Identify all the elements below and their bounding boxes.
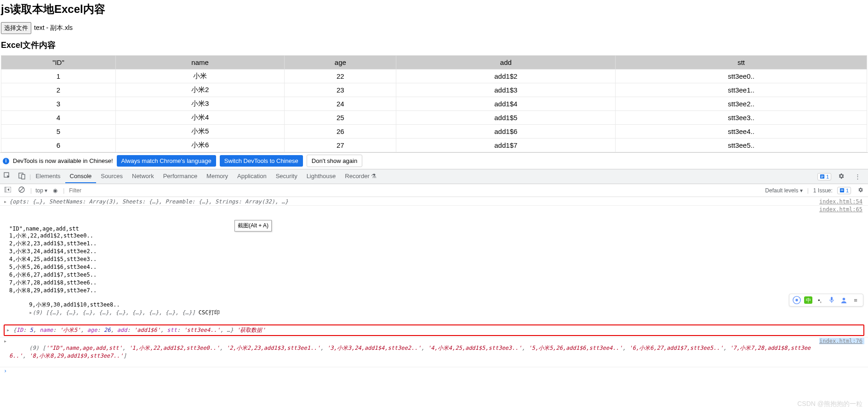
console-log-highlighted[interactable]: {ID: 5, name: '小米5', age: 26, add: 'add1…: [13, 327, 265, 333]
devtools-tab-security[interactable]: Security: [271, 170, 302, 183]
table-row: 1小米22add1$2stt3ee0..: [1, 69, 867, 83]
inspect-icon[interactable]: [0, 169, 15, 184]
source-link[interactable]: index.html:65: [819, 206, 864, 213]
svg-rect-13: [841, 191, 844, 191]
settings-gear-icon[interactable]: [834, 170, 848, 184]
log-levels-selector[interactable]: Default levels ▾: [765, 187, 802, 194]
table-row: 4小米425add1$5stt3ee3..: [1, 111, 867, 125]
ime-punct-icon[interactable]: •,: [815, 295, 824, 305]
svg-rect-8: [5, 187, 6, 192]
ime-float-toolbar[interactable]: 中 •, ≡: [789, 294, 863, 307]
devtools-tab-performance[interactable]: Performance: [159, 170, 202, 183]
console-output: ▸ {opts: {…}, SheetNames: Array(3), Shee…: [0, 197, 868, 376]
console-log-array-strings[interactable]: (9) ['"ID",name,age,add,stt', '1,小米,22,a…: [9, 338, 819, 366]
ime-menu-icon[interactable]: ≡: [851, 295, 860, 305]
info-icon: i: [3, 158, 9, 164]
console-sidebar-toggle-icon[interactable]: [3, 186, 13, 195]
svg-rect-6: [821, 177, 823, 178]
source-link[interactable]: index.html:54: [819, 198, 864, 205]
excel-table: "ID"nameageaddstt 1小米22add1$2stt3ee0..2小…: [1, 55, 867, 152]
svg-rect-12: [841, 190, 844, 190]
switch-devtools-button[interactable]: Switch DevTools to Chinese: [220, 155, 303, 167]
expand-arrow-icon[interactable]: ▸: [4, 338, 9, 366]
devtools-language-notice: i DevTools is now available in Chinese! …: [0, 152, 868, 169]
content-heading: Excel文件内容: [1, 40, 867, 51]
chosen-file-name: text - 副本.xls: [34, 24, 73, 32]
console-array-summary[interactable]: (9) [{…}, {…}, {…}, {…}, {…}, {…}, {…}, …: [33, 309, 195, 316]
context-selector[interactable]: top ▾: [35, 187, 47, 194]
choose-file-button[interactable]: 选择文件: [1, 22, 31, 34]
console-toolbar: | top ▾ ◉ | Default levels ▾ | 1 Issue: …: [0, 184, 868, 197]
page-title: js读取本地Excel内容: [1, 2, 867, 17]
table-row: 3小米324add1$4stt3ee2..: [1, 97, 867, 111]
devtools-tab-sources[interactable]: Sources: [96, 170, 127, 183]
devtools-tab-memory[interactable]: Memory: [202, 170, 233, 183]
console-log-object[interactable]: {opts: {…}, SheetNames: Array(3), Sheets…: [9, 198, 819, 205]
ime-mic-icon[interactable]: [827, 295, 836, 305]
console-prompt-icon[interactable]: ›: [4, 368, 9, 374]
screenshot-tooltip: 截图(Alt + A): [234, 220, 272, 232]
issues-count-badge[interactable]: 1: [837, 187, 851, 194]
notice-text: DevTools is now available in Chinese!: [13, 157, 113, 164]
table-header: "ID": [1, 56, 116, 69]
console-log-csv: 截图(Alt + A) "ID",name,age,add,stt1,小米,22…: [9, 206, 819, 323]
ime-logo-icon[interactable]: [792, 295, 801, 305]
table-header: stt: [616, 56, 867, 69]
table-row: 5小米526add1$6stt3ee4..: [1, 125, 867, 139]
svg-point-15: [795, 299, 798, 301]
devtools-tab-console[interactable]: Console: [65, 170, 97, 183]
table-row: 6小米627add1$7stt3ee5..: [1, 139, 867, 152]
expand-arrow-icon[interactable]: ▸: [29, 309, 32, 316]
highlighted-console-line: ▸ {ID: 5, name: '小米5', age: 26, add: 'ad…: [4, 324, 864, 336]
devtools-tab-bar: | ElementsConsoleSourcesNetworkPerforman…: [0, 169, 868, 184]
always-match-button[interactable]: Always match Chrome's language: [117, 155, 216, 167]
console-settings-gear-icon[interactable]: [856, 186, 865, 195]
eye-icon[interactable]: ◉: [51, 186, 59, 195]
svg-rect-5: [821, 177, 824, 177]
devtools-tab-elements[interactable]: Elements: [31, 170, 65, 183]
devtools-tab-network[interactable]: Network: [127, 170, 159, 183]
svg-point-18: [842, 297, 845, 300]
table-header: add: [396, 56, 616, 69]
expand-arrow-icon[interactable]: ▸: [6, 327, 10, 333]
dont-show-again-button[interactable]: Don't show again: [307, 155, 362, 167]
svg-rect-2: [22, 174, 25, 179]
issues-badge[interactable]: 1: [817, 173, 831, 180]
table-header: age: [285, 56, 396, 69]
ime-lang-toggle[interactable]: 中: [804, 296, 812, 304]
svg-line-10: [20, 188, 23, 191]
console-filter-input[interactable]: [68, 187, 761, 194]
expand-arrow-icon[interactable]: ▸: [4, 198, 9, 205]
devtools-tab-application[interactable]: Application: [233, 170, 271, 183]
more-icon[interactable]: ⋮: [851, 170, 864, 183]
device-toggle-icon[interactable]: [15, 169, 29, 184]
svg-rect-16: [831, 297, 833, 301]
ime-user-icon[interactable]: [839, 295, 848, 305]
issues-label: 1 Issue:: [813, 187, 833, 194]
devtools-tab-lighthouse[interactable]: Lighthouse: [302, 170, 341, 183]
table-row: 2小米223add1$3stt3ee1..: [1, 83, 867, 97]
clear-console-icon[interactable]: [17, 185, 27, 195]
svg-rect-4: [821, 176, 824, 176]
table-header: name: [115, 56, 284, 69]
source-link[interactable]: index.html:76: [819, 338, 864, 344]
devtools-tab-recorder[interactable]: Recorder ⚗: [340, 170, 381, 183]
